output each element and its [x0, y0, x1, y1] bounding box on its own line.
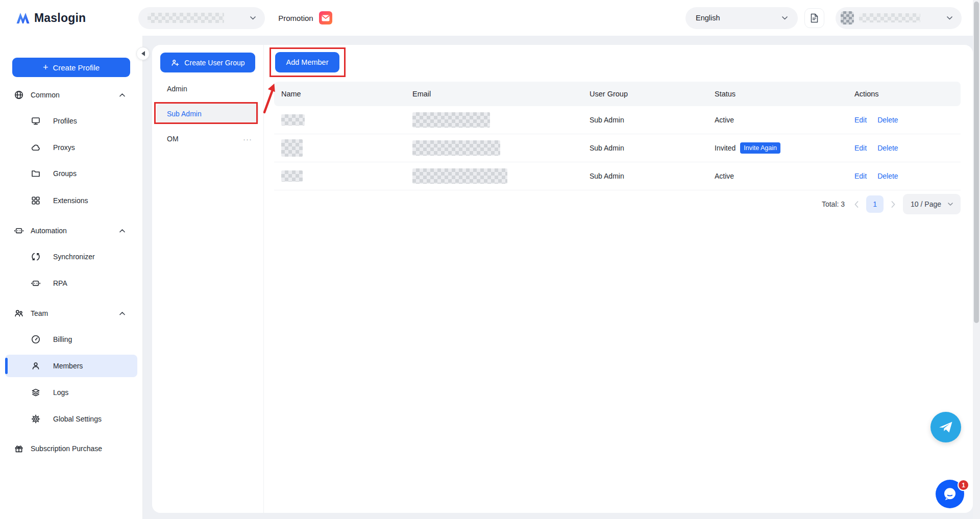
group-item-sub-admin[interactable]: Sub Admin — [157, 104, 259, 124]
promotion-mail-icon — [319, 11, 332, 24]
invite-again-button[interactable]: Invite Again — [740, 142, 780, 154]
delete-link[interactable]: Delete — [877, 144, 898, 152]
content-card: Create User Group Admin Sub Admin OM ···… — [152, 45, 973, 513]
sidebar-item-global-settings[interactable]: Global Settings — [5, 408, 137, 430]
edit-link[interactable]: Edit — [854, 172, 867, 180]
blurred-workspace-name — [148, 13, 224, 23]
table-row: Sub Admin Active Edit Delete — [274, 106, 961, 134]
users-icon — [14, 308, 24, 318]
gauge-icon — [31, 334, 41, 344]
language-label: English — [696, 14, 720, 22]
col-user-group: User Group — [590, 90, 715, 98]
blurred-email — [412, 168, 507, 184]
prev-page-button[interactable] — [854, 201, 859, 208]
maslogin-logo-icon — [15, 11, 31, 24]
create-profile-button[interactable]: + Create Profile — [12, 58, 130, 77]
blurred-account-name — [859, 13, 920, 22]
top-header: Maslogin Promotion English — [0, 0, 980, 36]
col-email: Email — [412, 90, 590, 98]
promotion-label: Promotion — [278, 14, 313, 22]
next-page-button[interactable] — [891, 201, 895, 208]
page-size-dropdown[interactable]: 10 / Page — [903, 194, 961, 214]
gift-icon — [14, 443, 24, 454]
sidebar-collapse-button[interactable] — [136, 47, 150, 60]
add-member-label: Add Member — [286, 58, 328, 66]
sidebar-item-proxys[interactable]: Proxys — [5, 136, 137, 159]
chevron-up-icon — [119, 229, 125, 233]
delete-link[interactable]: Delete — [877, 172, 898, 180]
table-row: Sub Admin Invited Invite Again Edit Dele… — [274, 134, 961, 162]
globe-icon — [14, 90, 24, 100]
blurred-avatar — [841, 11, 854, 24]
create-user-group-button[interactable]: Create User Group — [160, 53, 255, 72]
chevron-down-icon — [948, 203, 953, 206]
delete-link[interactable]: Delete — [877, 116, 898, 124]
account-dropdown[interactable] — [836, 7, 962, 29]
add-member-button[interactable]: Add Member — [275, 52, 339, 72]
status-value: Invited — [715, 144, 736, 152]
scrollbar-thumb[interactable] — [974, 2, 979, 323]
sidebar-section-automation[interactable]: Automation — [5, 219, 137, 242]
table-header: Name Email User Group Status Actions — [274, 82, 961, 106]
chevron-down-icon — [947, 16, 952, 20]
sidebar-item-synchronizer[interactable]: Synchronizer — [5, 245, 137, 268]
brand-name: Maslogin — [34, 11, 86, 25]
sidebar-item-profiles[interactable]: Profiles — [5, 110, 137, 132]
sidebar: + Create Profile Common Profiles Proxys — [0, 36, 143, 519]
triangle-left-icon — [141, 51, 145, 56]
user-group-panel: Create User Group Admin Sub Admin OM ··· — [152, 45, 264, 513]
sidebar-item-extensions[interactable]: Extensions — [5, 189, 137, 212]
blurred-email — [412, 112, 490, 128]
group-item-admin[interactable]: Admin — [157, 79, 259, 99]
sidebar-item-logs[interactable]: Logs — [5, 381, 137, 404]
sidebar-nav: Common Profiles Proxys Groups Extensi — [0, 77, 142, 460]
document-icon — [810, 13, 819, 23]
table-row: Sub Admin Active Edit Delete — [274, 162, 961, 190]
person-add-icon — [170, 58, 180, 67]
edit-link[interactable]: Edit — [854, 116, 867, 124]
sidebar-item-rpa[interactable]: RPA — [5, 272, 137, 294]
page-number-1[interactable]: 1 — [866, 195, 884, 213]
sidebar-item-subscription-purchase[interactable]: Subscription Purchase — [5, 437, 137, 460]
pagination-total: Total: 3 — [822, 200, 845, 208]
status-value: Active — [715, 172, 854, 180]
folder-icon — [31, 168, 41, 179]
status-value: Active — [715, 116, 854, 124]
cloud-icon — [31, 142, 41, 153]
workspace-dropdown[interactable] — [138, 7, 265, 29]
sync-icon — [31, 252, 41, 262]
edit-link[interactable]: Edit — [854, 144, 867, 152]
chevron-up-icon — [119, 93, 125, 97]
telegram-button[interactable] — [930, 412, 961, 442]
user-group-value: Sub Admin — [590, 172, 715, 180]
members-content: Add Member Name Email User Group Status … — [264, 45, 973, 513]
more-options-icon[interactable]: ··· — [243, 135, 252, 143]
plus-icon: + — [43, 63, 48, 72]
chevron-down-icon — [250, 16, 256, 20]
sidebar-section-common[interactable]: Common — [5, 84, 137, 106]
sidebar-item-billing[interactable]: Billing — [5, 328, 137, 351]
group-item-om[interactable]: OM ··· — [157, 129, 259, 149]
blurred-email — [412, 140, 500, 156]
person-icon — [31, 361, 41, 371]
col-status: Status — [715, 90, 854, 98]
promotion[interactable]: Promotion — [278, 11, 332, 24]
page-size-label: 10 / Page — [911, 200, 941, 208]
user-group-list: Admin Sub Admin OM ··· — [152, 79, 263, 149]
monitor-icon — [31, 116, 41, 126]
chat-bubble-icon — [942, 486, 958, 502]
sidebar-item-members[interactable]: Members — [5, 355, 137, 377]
sidebar-item-groups[interactable]: Groups — [5, 162, 137, 185]
scrollbar[interactable] — [973, 0, 980, 519]
docs-button[interactable] — [804, 8, 824, 28]
language-dropdown[interactable]: English — [685, 7, 798, 29]
user-group-value: Sub Admin — [590, 144, 715, 152]
sidebar-section-team[interactable]: Team — [5, 302, 137, 325]
user-group-value: Sub Admin — [590, 116, 715, 124]
pagination: Total: 3 1 10 / Page — [822, 194, 961, 214]
blurred-name — [281, 139, 303, 157]
notification-badge: 1 — [958, 479, 969, 491]
chevron-down-icon — [782, 16, 788, 20]
robot-icon — [14, 226, 24, 236]
chevron-up-icon — [119, 312, 125, 315]
